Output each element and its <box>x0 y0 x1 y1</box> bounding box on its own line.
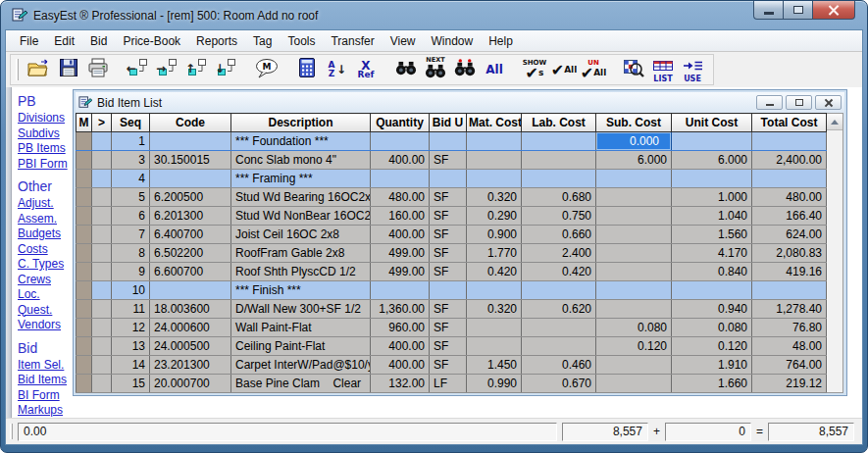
cell-qty[interactable]: 499.00 <box>371 263 430 281</box>
cell-unit[interactable]: 0.120 <box>672 337 752 356</box>
cell-desc[interactable]: Conc Slab mono 4" <box>231 151 371 170</box>
cell-qty[interactable]: 1,360.00 <box>371 300 430 319</box>
sidebar-link-vendors[interactable]: Vendors <box>18 318 73 333</box>
scroll-up-button[interactable] <box>827 114 842 130</box>
cell-m[interactable] <box>77 244 92 263</box>
cell-gt[interactable] <box>92 207 112 226</box>
cell-mat[interactable] <box>467 319 522 337</box>
cell-qty[interactable] <box>371 132 430 151</box>
toolbar-grip[interactable] <box>16 59 19 80</box>
menu-item-edit[interactable]: Edit <box>46 31 82 51</box>
cell-bidu[interactable] <box>430 132 467 151</box>
cell-m[interactable] <box>77 207 92 226</box>
column-header-m[interactable]: M <box>77 114 92 132</box>
cell-desc[interactable]: Stud Wd Bearing 16OC2x4 <box>231 188 371 207</box>
cell-bidu[interactable] <box>430 170 467 188</box>
cell-sub[interactable] <box>596 207 672 226</box>
sidebar-link-bi-form[interactable]: BI Form <box>18 388 73 404</box>
cell-bidu[interactable] <box>430 281 467 300</box>
cell-bidu[interactable]: SF <box>430 244 467 263</box>
cell-qty[interactable]: 160.00 <box>371 207 430 226</box>
sidebar-link-subdivs[interactable]: Subdivs <box>18 126 73 142</box>
cell-lab[interactable] <box>522 170 596 188</box>
cell-code[interactable]: 18.003600 <box>150 300 231 319</box>
cell-unit[interactable]: 0.940 <box>672 300 752 319</box>
sidebar-link-budgets[interactable]: Budgets <box>18 226 73 242</box>
sidebar-link-item-sel[interactable]: Item Sel. <box>18 358 73 374</box>
cell-code[interactable]: 23.201300 <box>150 356 231 375</box>
cell-lab[interactable] <box>522 151 596 170</box>
cell-code[interactable] <box>150 281 231 300</box>
column-header-code[interactable]: Code <box>150 114 231 132</box>
cell-bidu[interactable]: SF <box>430 300 467 319</box>
cell-qty[interactable]: 480.00 <box>371 188 430 207</box>
cell-unit[interactable]: 1.910 <box>672 356 752 375</box>
sidebar-link-c-types[interactable]: C. Types <box>18 257 73 273</box>
cell-total[interactable]: 166.40 <box>752 207 827 226</box>
cell-seq[interactable]: 10 <box>112 281 150 300</box>
all-icon[interactable]: All <box>481 56 508 83</box>
cell-desc[interactable]: Carpet InterW/Pad@$10/yd <box>231 356 371 375</box>
sidebar-link-markups[interactable]: Markups <box>18 403 73 418</box>
cell-sub[interactable]: 0.120 <box>596 337 672 356</box>
sidebar-link-costs[interactable]: Costs <box>18 242 73 258</box>
cell-qty[interactable]: 400.00 <box>371 337 430 356</box>
cell-code[interactable]: 6.200500 <box>150 188 231 207</box>
cell-gt[interactable] <box>92 319 112 337</box>
item-move-right-icon[interactable]: → <box>154 56 181 83</box>
cell-m[interactable] <box>77 170 92 188</box>
cell-code[interactable]: 6.201300 <box>150 207 231 226</box>
menu-item-bid[interactable]: Bid <box>82 31 115 51</box>
cell-desc[interactable]: Ceiling Paint-Flat <box>231 337 371 356</box>
save-icon[interactable] <box>55 56 82 83</box>
cell-sub[interactable] <box>596 300 672 319</box>
cell-desc[interactable]: D/Wall New 300+SF 1/2 <box>231 300 371 319</box>
cell-seq[interactable]: 9 <box>112 263 150 281</box>
cell-seq[interactable]: 11 <box>112 300 150 319</box>
cell-m[interactable] <box>77 300 92 319</box>
column-header-total[interactable]: Total Cost <box>752 114 827 132</box>
cell-seq[interactable]: 1 <box>112 132 150 151</box>
cell-m[interactable] <box>77 132 92 151</box>
use-icon[interactable]: USE <box>679 56 706 83</box>
cell-code[interactable] <box>150 132 231 151</box>
minimize-button[interactable] <box>753 1 783 20</box>
column-header-desc[interactable]: Description <box>231 114 371 132</box>
cell-mat[interactable]: 0.900 <box>467 226 522 244</box>
cell-code[interactable]: 6.502200 <box>150 244 231 263</box>
cell-mat[interactable]: 1.450 <box>467 356 522 375</box>
cell-total[interactable]: 76.80 <box>752 319 827 337</box>
maximize-button[interactable] <box>783 1 812 20</box>
cell-m[interactable] <box>77 356 92 375</box>
cell-seq[interactable]: 14 <box>112 356 150 375</box>
cell-code[interactable]: 6.400700 <box>150 226 231 244</box>
menu-item-reports[interactable]: Reports <box>188 31 245 51</box>
sidebar-link-divisions[interactable]: Divisions <box>18 111 73 126</box>
cell-gt[interactable] <box>92 263 112 281</box>
cell-seq[interactable]: 8 <box>112 244 150 263</box>
cell-total[interactable]: 1,278.40 <box>752 300 827 319</box>
cell-sub[interactable] <box>596 263 672 281</box>
cell-sub[interactable] <box>596 281 672 300</box>
cell-gt[interactable] <box>92 375 112 393</box>
menu-item-tools[interactable]: Tools <box>280 31 323 51</box>
sort-az-icon[interactable]: AZ↓ <box>323 56 350 83</box>
cell-unit[interactable] <box>672 170 752 188</box>
cell-desc[interactable]: Roof Shth PlyscCD 1/2 <box>231 263 371 281</box>
cell-seq[interactable]: 15 <box>112 375 150 393</box>
cell-desc[interactable]: Wall Paint-Flat <box>231 319 371 337</box>
cell-mat[interactable] <box>467 337 522 356</box>
cell-lab[interactable]: 0.420 <box>522 263 596 281</box>
item-move-left-icon[interactable]: ← <box>125 56 152 83</box>
cell-bidu[interactable]: SF <box>430 356 467 375</box>
cell-gt[interactable] <box>92 244 112 263</box>
cell-seq[interactable]: 6 <box>112 207 150 226</box>
cell-m[interactable] <box>77 263 92 281</box>
cell-gt[interactable] <box>92 356 112 375</box>
cell-lab[interactable] <box>522 281 596 300</box>
cell-mat[interactable]: 0.990 <box>467 375 522 393</box>
uncheck-all-icon[interactable]: UN✔All <box>580 56 607 83</box>
cell-gt[interactable] <box>92 188 112 207</box>
find-tagged-icon[interactable] <box>451 56 479 83</box>
cell-sub[interactable] <box>596 188 672 207</box>
